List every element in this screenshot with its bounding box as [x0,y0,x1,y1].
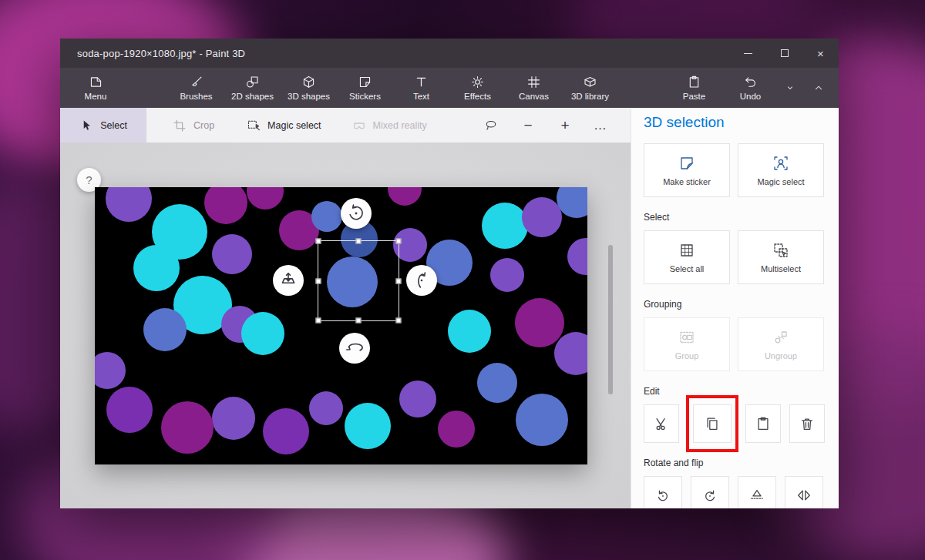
select-tool-button[interactable]: Select [60,108,146,143]
move-z-icon [278,270,298,290]
ungroup-icon [772,329,789,346]
main-toolbar: Menu Brushes 2D shapes 3D shapes Sticker… [60,68,839,108]
paste-button[interactable]: Paste [666,68,722,108]
more-options-button[interactable]: … [587,108,614,143]
rotate-handle-bottom[interactable] [339,333,370,364]
minimize-icon [744,53,752,54]
menu-button[interactable]: Menu [68,68,123,108]
paste-edit-button[interactable] [745,404,781,443]
ungroup-button[interactable]: Ungroup [738,317,824,371]
tool-2d-shapes[interactable]: 2D shapes [224,68,281,108]
rotate-right-button[interactable] [691,476,729,508]
group-button[interactable]: Group [644,317,730,371]
brush-icon [189,75,204,89]
lasso-select-button[interactable] [478,108,504,143]
selection-handle-se[interactable] [396,318,402,324]
desktop-wallpaper: soda-pop-1920×1080.jpg* - Paint 3D × Men… [0,0,925,560]
2d-shapes-icon [245,75,260,89]
tool-3d-library[interactable]: 3D library [562,68,618,108]
rotate-handle-top[interactable] [341,198,372,229]
selection-toolbar: Select Crop Magic select Mixed reality [60,108,631,143]
image-canvas[interactable] [95,187,587,464]
rotate-handle-left[interactable] [273,265,304,296]
undo-button[interactable]: Undo [722,68,779,108]
selection-handle-s[interactable] [356,318,362,324]
flip-vertical-button[interactable] [738,476,776,508]
multiselect-icon [772,242,789,259]
select-all-button[interactable]: Select all [644,230,730,284]
3d-selection-panel: 3D selection Make sticker Magic select S… [631,108,839,508]
zoom-out-button[interactable]: − [515,108,541,143]
make-sticker-button[interactable]: Make sticker [644,143,730,197]
copy-button[interactable] [693,404,732,443]
canvas-image [95,187,587,464]
paint3d-window: soda-pop-1920×1080.jpg* - Paint 3D × Men… [60,39,839,508]
copy-icon [705,416,720,431]
scrollbar-thumb[interactable] [608,245,613,394]
rotate-z-icon [346,203,366,223]
delete-button[interactable] [789,404,825,443]
rotate-y-icon [345,338,365,358]
tool-brushes[interactable]: Brushes [168,68,224,108]
rotate-flip-section-label: Rotate and flip [644,458,825,468]
selection-handle-w[interactable] [316,278,321,283]
magic-select-tool-button[interactable]: Magic select [247,108,321,143]
make-sticker-icon [678,155,695,172]
tool-stickers[interactable]: Stickers [337,68,393,108]
multiselect-button[interactable]: Multiselect [738,230,824,284]
rotate-left-button[interactable] [644,476,682,508]
tool-canvas[interactable]: Canvas [506,68,562,108]
titlebar: soda-pop-1920×1080.jpg* - Paint 3D × [60,39,839,68]
paste-icon [687,75,701,89]
3d-shapes-icon [301,75,316,89]
selection-handle-nw[interactable] [316,239,321,244]
selection-handle-sw[interactable] [316,318,321,324]
collapse-ribbon-button[interactable] [802,68,836,108]
flip-horizontal-button[interactable] [785,476,823,508]
magic-select-icon [247,119,261,132]
grouping-section-label: Grouping [644,299,825,310]
mixed-reality-tool-button[interactable]: Mixed reality [352,108,427,143]
tool-3d-shapes[interactable]: 3D shapes [281,68,337,108]
rotate-left-icon [655,488,671,503]
copy-button-highlight [686,395,738,452]
trash-icon [799,416,815,431]
close-button[interactable]: × [802,39,839,68]
mixed-reality-icon [352,119,366,132]
menu-icon [89,75,103,89]
maximize-button[interactable] [766,39,802,68]
tool-effects[interactable]: Effects [449,68,506,108]
lasso-icon [484,119,498,132]
maximize-icon [781,49,789,57]
stickers-icon [358,75,372,89]
selection-box[interactable] [318,240,399,321]
paste-icon [755,416,771,431]
cursor-icon [79,119,93,132]
rotate-right-icon [702,488,718,503]
crop-icon [173,119,187,132]
flip-vertical-icon [749,488,765,503]
cut-icon [654,416,669,431]
selection-handle-e[interactable] [396,278,402,283]
close-icon: × [817,48,824,59]
flip-horizontal-icon [796,488,812,503]
text-icon [414,75,429,89]
zoom-in-button[interactable]: + [552,108,578,143]
selection-handle-ne[interactable] [396,239,402,244]
canvas-vertical-scrollbar[interactable] [608,147,613,504]
canvas-workspace: ? [60,143,631,508]
selection-handle-n[interactable] [356,239,362,244]
window-title: soda-pop-1920×1080.jpg* - Paint 3D [77,48,245,59]
group-icon [678,329,695,346]
chevron-down-icon [784,82,796,94]
select-section-label: Select [644,212,825,223]
cut-button[interactable] [644,404,679,443]
panel-title: 3D selection [644,114,825,131]
select-all-icon [678,242,695,259]
history-dropdown-button[interactable] [779,68,802,108]
tool-text[interactable]: Text [393,68,449,108]
rotate-handle-right[interactable] [406,265,437,296]
crop-tool-button[interactable]: Crop [173,108,214,143]
magic-select-button[interactable]: Magic select [738,143,824,197]
minimize-button[interactable] [730,39,766,68]
